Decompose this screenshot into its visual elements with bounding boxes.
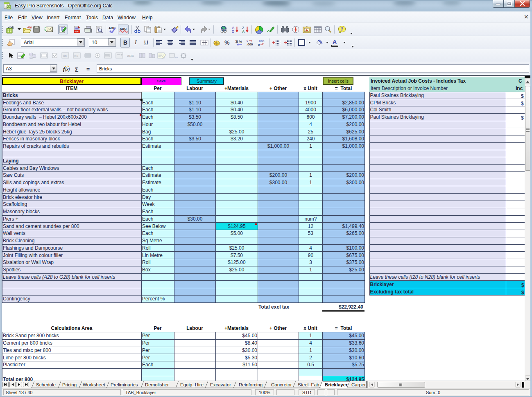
- svg-text:$: $: [215, 41, 217, 45]
- svg-text:0: 0: [258, 43, 260, 46]
- svg-text:ABC: ABC: [120, 27, 127, 31]
- svg-text:PDF: PDF: [75, 30, 79, 33]
- svg-text:$: $: [235, 39, 238, 44]
- svg-text:?: ?: [341, 27, 344, 32]
- svg-text:Z: Z: [232, 29, 234, 33]
- svg-text:ab: ab: [63, 54, 67, 58]
- svg-text:.000: .000: [258, 39, 265, 43]
- svg-text:(x): (x): [65, 67, 70, 72]
- svg-text:ABC: ABC: [127, 54, 134, 58]
- svg-text:A: A: [242, 29, 245, 33]
- svg-text:0: 0: [247, 39, 248, 43]
- svg-text:.000: .000: [247, 43, 253, 46]
- svg-text:%: %: [239, 40, 242, 44]
- svg-text:...: ...: [175, 54, 178, 59]
- svg-text:0.0: 0.0: [74, 54, 78, 57]
